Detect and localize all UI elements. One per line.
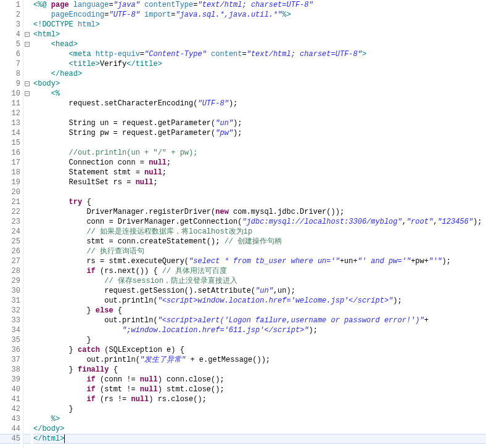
code-line[interactable]: stmt = conn.createStatement(); // 创建操作句柄 — [33, 237, 486, 246]
line-number: 42 — [0, 404, 20, 414]
code-token: null — [149, 158, 167, 167]
fold-cell — [23, 296, 31, 306]
code-line[interactable]: Statement stmt = null; — [33, 168, 486, 177]
code-line[interactable]: } — [33, 335, 486, 345]
code-area[interactable]: <%@ page language="java" contentType="te… — [31, 0, 486, 448]
code-line[interactable]: } finally { — [33, 365, 486, 375]
code-line[interactable]: out.println("<script>window.location.hre… — [33, 296, 486, 306]
code-token: conn = DriverManager.getConnection( — [33, 218, 242, 226]
fold-cell — [23, 10, 31, 20]
code-line[interactable]: rs = stmt.executeQuery("select * from tb… — [33, 256, 486, 266]
code-line[interactable] — [33, 138, 486, 148]
code-line[interactable]: conn = DriverManager.getConnection("jdbc… — [33, 217, 486, 227]
code-line[interactable] — [33, 108, 486, 118]
code-line[interactable]: try { — [33, 197, 486, 207]
code-token: %> — [51, 415, 60, 423]
code-token: <title> — [69, 60, 100, 68]
fold-toggle-icon[interactable]: − — [25, 81, 30, 86]
code-token: "'" — [429, 257, 442, 266]
code-token: "text/html; charset=UTF-8" — [197, 1, 313, 9]
code-line[interactable]: </html> — [33, 434, 486, 444]
code-line[interactable]: <%@ page language="java" contentType="te… — [33, 0, 486, 10]
code-token: (stmt != — [96, 385, 140, 394]
line-number: 30 — [0, 286, 20, 296]
line-number: 1 — [0, 0, 20, 10]
code-line[interactable]: String pw = request.getParameter("pw"); — [33, 128, 486, 138]
code-token: try — [69, 198, 83, 206]
code-token: out.println( — [33, 296, 158, 305]
fold-cell — [23, 69, 31, 79]
code-line[interactable]: <title>Verify</title> — [33, 59, 486, 69]
line-number: 17 — [0, 158, 20, 168]
code-line[interactable]: ";window.location.href='611.jsp'</script… — [33, 325, 486, 335]
code-line[interactable]: // 保存session，防止没登录直接进入 — [33, 276, 486, 286]
code-line[interactable]: Connection conn = null; — [33, 158, 486, 168]
code-token: (rs.next()) { — [96, 267, 162, 275]
code-line[interactable]: } else { — [33, 306, 486, 316]
code-line[interactable]: <meta http-equiv="Content-Type" content=… — [33, 49, 486, 59]
code-token: "jdbc:mysql://localhost:3306/myblog" — [242, 218, 402, 226]
fold-cell — [23, 217, 31, 227]
code-line[interactable]: if (rs != null) rs.close(); — [33, 394, 486, 404]
code-token — [33, 40, 51, 49]
code-line[interactable]: //out.println(un + "/" + pw); — [33, 148, 486, 158]
line-number: 28 — [0, 266, 20, 276]
fold-toggle-icon[interactable]: − — [25, 91, 30, 96]
code-token: "UTF-8" — [197, 99, 228, 108]
code-token — [33, 50, 69, 59]
code-token: // 如果是连接远程数据库，将localhost改为ip — [86, 227, 252, 236]
code-token — [33, 89, 51, 98]
code-line[interactable]: ResultSet rs = null; — [33, 177, 486, 187]
code-token: out.println( — [33, 356, 140, 364]
code-token — [33, 227, 86, 236]
code-token: %> — [282, 10, 290, 19]
fold-cell — [23, 306, 31, 316]
code-line[interactable]: <!DOCTYPE html> — [33, 20, 486, 30]
code-token: (rs != — [96, 395, 131, 404]
code-line[interactable]: if (conn != null) conn.close(); — [33, 375, 486, 385]
code-line[interactable]: <body> — [33, 79, 486, 89]
line-number: 36 — [0, 345, 20, 355]
code-line[interactable]: out.println("发生了异常" + e.getMessage()); — [33, 355, 486, 365]
code-line[interactable]: </head> — [33, 69, 486, 79]
fold-cell — [23, 168, 31, 177]
fold-cell — [23, 227, 31, 237]
line-number: 33 — [0, 316, 20, 325]
code-token: String un = request.getParameter( — [33, 119, 215, 128]
code-line[interactable]: String un = request.getParameter("un"); — [33, 118, 486, 128]
code-token: > — [96, 20, 100, 29]
fold-toggle-icon[interactable]: − — [25, 42, 30, 47]
code-token: { — [82, 198, 91, 206]
code-token: "Content-Type" — [144, 50, 211, 59]
code-token: (conn != — [96, 375, 140, 384]
code-token: "text/html; charset=UTF-8" — [247, 50, 362, 59]
code-line[interactable]: } catch (SQLException e) { — [33, 345, 486, 355]
line-number: 37 — [0, 355, 20, 365]
line-number: 32 — [0, 306, 20, 316]
line-number: 12 — [0, 108, 20, 118]
code-line[interactable]: </body> — [33, 424, 486, 434]
code-line[interactable]: <html> — [33, 30, 486, 39]
code-token: <html> — [33, 30, 60, 39]
fold-cell — [23, 207, 31, 217]
line-number: 18 — [0, 168, 20, 177]
code-line[interactable]: request.setCharacterEncoding("UTF-8"); — [33, 99, 486, 108]
code-line[interactable]: if (stmt != null) stmt.close(); — [33, 385, 486, 394]
code-line[interactable]: <head> — [33, 39, 486, 49]
code-line[interactable]: request.getSession().setAttribute("un",u… — [33, 286, 486, 296]
code-line[interactable]: pageEncoding="UTF-8" import="java.sql.*,… — [33, 10, 486, 20]
code-line[interactable]: out.println("<script>alert('Logon failur… — [33, 316, 486, 325]
code-token: DriverManager.registerDriver( — [33, 208, 215, 216]
fold-toggle-icon[interactable]: − — [25, 32, 30, 37]
code-line[interactable]: // 如果是连接远程数据库，将localhost改为ip — [33, 227, 486, 237]
code-line[interactable]: <% — [33, 89, 486, 99]
code-line[interactable]: // 执行查询语句 — [33, 246, 486, 256]
code-token: </title> — [126, 60, 162, 68]
code-line[interactable]: DriverManager.registerDriver(new com.mys… — [33, 207, 486, 217]
code-line[interactable]: if (rs.next()) { // 具体用法可百度 — [33, 266, 486, 276]
code-line[interactable]: } — [33, 404, 486, 414]
code-line[interactable]: %> — [33, 414, 486, 424]
fold-cell — [23, 158, 31, 168]
code-token: null — [131, 395, 149, 404]
code-line[interactable] — [33, 187, 486, 197]
